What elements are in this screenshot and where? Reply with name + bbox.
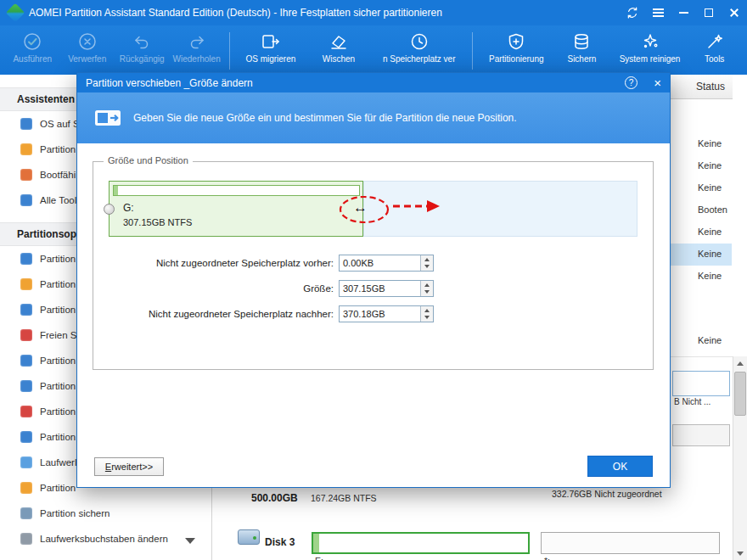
wipe-button[interactable]: Wischen xyxy=(306,30,371,72)
disk3-name: Disk 3 xyxy=(265,536,295,548)
partition-label-icon xyxy=(20,482,32,494)
used-space-bar xyxy=(113,185,360,196)
redo-button[interactable]: Wiederholen xyxy=(169,30,223,72)
change-drive-letter-icon xyxy=(20,533,32,545)
allocate-free-space-icon xyxy=(20,329,32,341)
shield-icon xyxy=(506,31,526,52)
disk3-partition-e-label: E: xyxy=(315,556,323,560)
partition-segment-g[interactable]: G: 307.15GB NTFS xyxy=(109,181,363,237)
tools-button[interactable]: Tools xyxy=(690,30,739,72)
scroll-down-icon[interactable] xyxy=(733,546,747,560)
size-label: Größe: xyxy=(103,280,334,298)
backup-partition-icon xyxy=(20,507,32,519)
used-space-strip xyxy=(313,534,319,552)
resize-move-partition-dialog: Partition verschieben _Größe ändern ? × … xyxy=(76,72,671,488)
database-icon xyxy=(571,31,592,52)
delete-partition-icon xyxy=(20,406,32,417)
disk3-drive-icon xyxy=(238,529,260,545)
checkmark-circle-icon xyxy=(22,31,42,52)
discard-button[interactable]: Verwerfen xyxy=(59,30,114,72)
clock-icon xyxy=(409,31,430,52)
backup-button[interactable]: Sichern xyxy=(554,30,609,72)
partition-info: 307.15GB NTFS xyxy=(123,217,192,227)
undo-arrow-icon xyxy=(132,31,152,52)
titlebar: AOMEI Partition Assistant Standard Editi… xyxy=(0,0,747,25)
dialog-help-button[interactable]: ? xyxy=(625,76,637,89)
redo-arrow-icon xyxy=(187,31,207,52)
window-title: AOMEI Partition Assistant Standard Editi… xyxy=(29,7,442,19)
space-after-label: Nicht zugeordneter Speicherplatz nachher… xyxy=(103,305,334,323)
partition-box-partial-2[interactable] xyxy=(672,424,730,446)
scrollbar-thumb[interactable] xyxy=(734,372,746,416)
close-button[interactable] xyxy=(722,0,747,25)
quick-partition-icon xyxy=(20,355,32,367)
migrate-os-icon xyxy=(261,31,281,52)
sidebar-item-laufwerksbuchstaben-aendern[interactable]: Laufwerksbuchstaben ändern xyxy=(0,526,211,552)
dialog-close-button[interactable]: × xyxy=(654,75,661,91)
x-circle-icon xyxy=(77,31,98,52)
spinner-icon[interactable] xyxy=(420,255,433,271)
refresh-icon[interactable] xyxy=(620,0,645,25)
sparkle-icon xyxy=(640,31,660,52)
sidebar-item-partition-sichern[interactable]: Partition sichern xyxy=(0,501,211,526)
partitioning-button[interactable]: Partitionierung xyxy=(478,30,554,72)
bootable-cd-icon xyxy=(20,169,32,181)
partition-wipe-icon xyxy=(20,380,32,392)
form-row: Nicht zugeordneter Speicherplatz nachher… xyxy=(77,305,670,324)
size-input[interactable]: 307.15GB xyxy=(339,280,434,297)
partition-box-label: B Nicht ... xyxy=(674,397,710,406)
spinner-icon[interactable] xyxy=(420,281,433,296)
format-partition-icon xyxy=(20,431,32,443)
os-monitor-icon xyxy=(20,118,32,130)
migrate-os-button[interactable]: OS migrieren xyxy=(235,30,306,72)
scroll-up-icon[interactable] xyxy=(733,356,747,370)
partition-bar: G: 307.15GB NTFS ↔ xyxy=(109,181,637,237)
disk2-partition1-info: 167.24GB NTFS xyxy=(311,493,377,503)
spinner-icon[interactable] xyxy=(420,306,433,322)
partition-box-partial[interactable] xyxy=(672,371,730,396)
split-partition-icon xyxy=(20,304,32,316)
form-row: Nicht zugeordneter Speicherplatz vorher:… xyxy=(77,255,670,273)
app-window: AOMEI Partition Assistant Standard Editi… xyxy=(0,0,747,560)
maximize-button[interactable] xyxy=(696,0,722,25)
dialog-titlebar: Partition verschieben _Größe ändern xyxy=(77,73,670,92)
disk3-partition-star-label: *: xyxy=(544,556,550,560)
merge-partition-icon xyxy=(20,278,32,290)
space-after-input[interactable]: 370.18GB xyxy=(339,305,434,322)
all-tools-grid-icon xyxy=(20,194,32,206)
space-before-label: Nicht zugeordneter Speicherplatz vorher: xyxy=(103,255,334,272)
minimize-button[interactable] xyxy=(671,0,696,25)
undo-button[interactable]: Rückgängig xyxy=(115,30,169,72)
allocate-space-button[interactable]: n Speicherplatz ver xyxy=(371,30,467,72)
sidebar-scroll-down-icon[interactable] xyxy=(185,538,195,544)
menu-icon[interactable] xyxy=(645,0,671,25)
dialog-title: Partition verschieben _Größe ändern xyxy=(86,77,253,89)
advanced-button[interactable]: Erweitert>> xyxy=(94,457,164,476)
left-resize-handle[interactable] xyxy=(104,204,115,215)
toolbar: Ausführen Verwerfen Rückgängig Wiederhol… xyxy=(0,25,747,75)
magic-wand-icon xyxy=(705,31,725,52)
partition-name: G: xyxy=(123,202,134,214)
drive-check-icon xyxy=(20,456,32,468)
wipe-eraser-icon xyxy=(329,31,349,52)
disk3-partition-unallocated[interactable] xyxy=(541,532,720,554)
disk3-partition-e[interactable] xyxy=(312,532,530,554)
resize-partition-icon xyxy=(20,253,32,265)
vertical-scrollbar[interactable] xyxy=(733,356,747,560)
aomei-logo xyxy=(6,3,25,23)
disk2-partition2-info: 332.76GB Nicht zugeordnet xyxy=(552,489,662,499)
unallocated-segment xyxy=(363,181,637,237)
dialog-subtitle: Geben Sie die neue Größe ein und bestimm… xyxy=(133,112,517,124)
apply-button[interactable]: Ausführen xyxy=(5,30,59,72)
toolbar-separator xyxy=(472,32,473,70)
resize-partition-badge-icon xyxy=(93,103,123,133)
column-status: Status xyxy=(696,75,725,98)
space-before-input[interactable]: 0.00KB xyxy=(339,255,434,272)
disk2-capacity: 500.00GB xyxy=(251,492,298,504)
system-clean-button[interactable]: System reinigen xyxy=(609,30,691,72)
form-row: Größe: 307.15GB xyxy=(77,280,670,299)
ok-button[interactable]: OK xyxy=(587,456,653,477)
toolbar-separator xyxy=(229,32,230,70)
dialog-header-band: Geben Sie die neue Größe ein und bestimm… xyxy=(77,92,670,143)
resize-cursor-icon[interactable]: ↔ xyxy=(353,199,368,216)
